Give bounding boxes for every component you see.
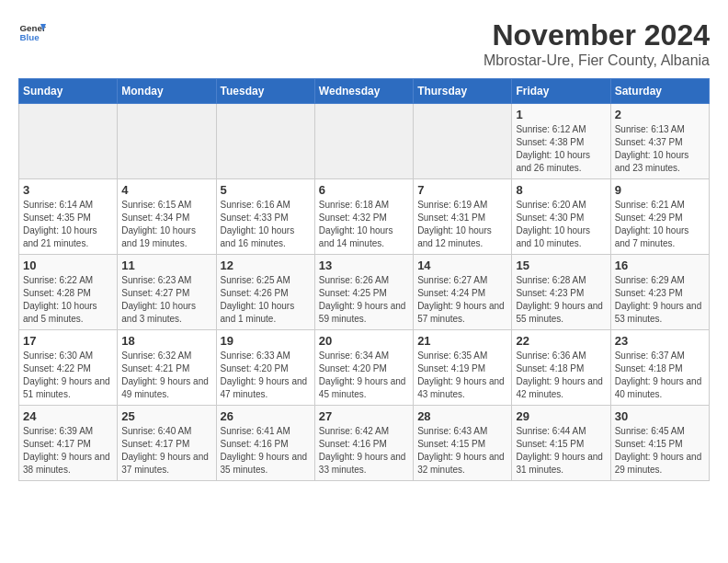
day-number: 20 xyxy=(319,334,409,348)
day-info: Sunrise: 6:36 AM Sunset: 4:18 PM Dayligh… xyxy=(516,350,606,401)
day-info: Sunrise: 6:35 AM Sunset: 4:19 PM Dayligh… xyxy=(417,350,507,401)
day-info: Sunrise: 6:28 AM Sunset: 4:23 PM Dayligh… xyxy=(516,274,606,326)
day-info: Sunrise: 6:27 AM Sunset: 4:24 PM Dayligh… xyxy=(417,274,507,326)
calendar-cell: 28Sunrise: 6:43 AM Sunset: 4:15 PM Dayli… xyxy=(414,406,512,481)
main-title: November 2024 xyxy=(483,18,710,52)
calendar-cell: 21Sunrise: 6:35 AM Sunset: 4:19 PM Dayli… xyxy=(414,330,512,406)
calendar-cell: 17Sunrise: 6:30 AM Sunset: 4:22 PM Dayli… xyxy=(19,330,118,406)
calendar-cell: 30Sunrise: 6:45 AM Sunset: 4:15 PM Dayli… xyxy=(610,406,709,481)
day-number: 2 xyxy=(615,108,705,121)
calendar-cell: 13Sunrise: 6:26 AM Sunset: 4:25 PM Dayli… xyxy=(314,255,413,330)
header-day-wednesday: Wednesday xyxy=(314,79,413,104)
day-number: 13 xyxy=(319,259,409,272)
calendar-cell: 15Sunrise: 6:28 AM Sunset: 4:23 PM Dayli… xyxy=(512,255,610,330)
calendar-cell: 14Sunrise: 6:27 AM Sunset: 4:24 PM Dayli… xyxy=(414,255,512,330)
week-row-5: 24Sunrise: 6:39 AM Sunset: 4:17 PM Dayli… xyxy=(19,406,710,481)
header-day-saturday: Saturday xyxy=(610,79,709,104)
day-number: 17 xyxy=(23,334,113,348)
day-number: 12 xyxy=(221,259,311,272)
calendar-cell xyxy=(118,104,216,179)
calendar-cell: 6Sunrise: 6:18 AM Sunset: 4:32 PM Daylig… xyxy=(314,179,413,255)
calendar-header: SundayMondayTuesdayWednesdayThursdayFrid… xyxy=(19,79,710,104)
calendar-cell: 18Sunrise: 6:32 AM Sunset: 4:21 PM Dayli… xyxy=(118,330,216,406)
day-info: Sunrise: 6:41 AM Sunset: 4:16 PM Dayligh… xyxy=(221,425,311,477)
day-number: 14 xyxy=(417,259,507,272)
day-number: 30 xyxy=(615,409,705,423)
title-area: November 2024 Mbrostar-Ure, Fier County,… xyxy=(483,18,710,69)
day-info: Sunrise: 6:23 AM Sunset: 4:27 PM Dayligh… xyxy=(121,274,211,326)
day-info: Sunrise: 6:13 AM Sunset: 4:37 PM Dayligh… xyxy=(615,123,705,175)
calendar-table: SundayMondayTuesdayWednesdayThursdayFrid… xyxy=(18,78,710,481)
header: General Blue November 2024 Mbrostar-Ure,… xyxy=(18,18,710,69)
calendar-cell: 22Sunrise: 6:36 AM Sunset: 4:18 PM Dayli… xyxy=(512,330,610,406)
day-number: 15 xyxy=(516,259,606,272)
day-info: Sunrise: 6:16 AM Sunset: 4:33 PM Dayligh… xyxy=(221,199,311,250)
day-number: 28 xyxy=(417,409,507,423)
header-day-friday: Friday xyxy=(512,79,610,104)
day-info: Sunrise: 6:29 AM Sunset: 4:23 PM Dayligh… xyxy=(615,274,705,326)
day-number: 9 xyxy=(615,183,705,197)
day-number: 11 xyxy=(121,259,211,272)
week-row-3: 10Sunrise: 6:22 AM Sunset: 4:28 PM Dayli… xyxy=(19,255,710,330)
header-day-sunday: Sunday xyxy=(19,79,118,104)
day-number: 23 xyxy=(615,334,705,348)
day-number: 19 xyxy=(221,334,311,348)
logo: General Blue xyxy=(18,18,46,46)
day-info: Sunrise: 6:18 AM Sunset: 4:32 PM Dayligh… xyxy=(319,199,409,250)
day-info: Sunrise: 6:45 AM Sunset: 4:15 PM Dayligh… xyxy=(615,425,705,477)
day-info: Sunrise: 6:33 AM Sunset: 4:20 PM Dayligh… xyxy=(221,350,311,401)
day-number: 24 xyxy=(23,409,113,423)
calendar-cell xyxy=(314,104,413,179)
calendar-cell: 19Sunrise: 6:33 AM Sunset: 4:20 PM Dayli… xyxy=(216,330,314,406)
calendar-cell: 10Sunrise: 6:22 AM Sunset: 4:28 PM Dayli… xyxy=(19,255,118,330)
calendar-cell: 9Sunrise: 6:21 AM Sunset: 4:29 PM Daylig… xyxy=(610,179,709,255)
calendar-cell: 16Sunrise: 6:29 AM Sunset: 4:23 PM Dayli… xyxy=(610,255,709,330)
calendar-cell: 5Sunrise: 6:16 AM Sunset: 4:33 PM Daylig… xyxy=(216,179,314,255)
day-info: Sunrise: 6:40 AM Sunset: 4:17 PM Dayligh… xyxy=(121,425,211,477)
week-row-4: 17Sunrise: 6:30 AM Sunset: 4:22 PM Dayli… xyxy=(19,330,710,406)
calendar-cell: 25Sunrise: 6:40 AM Sunset: 4:17 PM Dayli… xyxy=(118,406,216,481)
calendar-cell: 4Sunrise: 6:15 AM Sunset: 4:34 PM Daylig… xyxy=(118,179,216,255)
day-number: 26 xyxy=(221,409,311,423)
day-info: Sunrise: 6:19 AM Sunset: 4:31 PM Dayligh… xyxy=(417,199,507,250)
day-info: Sunrise: 6:20 AM Sunset: 4:30 PM Dayligh… xyxy=(516,199,606,250)
calendar-cell: 27Sunrise: 6:42 AM Sunset: 4:16 PM Dayli… xyxy=(314,406,413,481)
day-info: Sunrise: 6:37 AM Sunset: 4:18 PM Dayligh… xyxy=(615,350,705,401)
header-row: SundayMondayTuesdayWednesdayThursdayFrid… xyxy=(19,79,710,104)
day-number: 16 xyxy=(615,259,705,272)
day-number: 22 xyxy=(516,334,606,348)
day-number: 4 xyxy=(121,183,211,197)
day-number: 25 xyxy=(121,409,211,423)
day-number: 8 xyxy=(516,183,606,197)
day-info: Sunrise: 6:22 AM Sunset: 4:28 PM Dayligh… xyxy=(23,274,113,326)
calendar-cell: 7Sunrise: 6:19 AM Sunset: 4:31 PM Daylig… xyxy=(414,179,512,255)
calendar-cell xyxy=(414,104,512,179)
week-row-2: 3Sunrise: 6:14 AM Sunset: 4:35 PM Daylig… xyxy=(19,179,710,255)
day-info: Sunrise: 6:34 AM Sunset: 4:20 PM Dayligh… xyxy=(319,350,409,401)
header-day-thursday: Thursday xyxy=(414,79,512,104)
calendar-cell: 29Sunrise: 6:44 AM Sunset: 4:15 PM Dayli… xyxy=(512,406,610,481)
day-number: 1 xyxy=(516,108,606,121)
header-day-monday: Monday xyxy=(118,79,216,104)
day-number: 29 xyxy=(516,409,606,423)
subtitle: Mbrostar-Ure, Fier County, Albania xyxy=(483,52,710,69)
calendar-cell: 2Sunrise: 6:13 AM Sunset: 4:37 PM Daylig… xyxy=(610,104,709,179)
day-number: 5 xyxy=(221,183,311,197)
calendar-cell: 24Sunrise: 6:39 AM Sunset: 4:17 PM Dayli… xyxy=(19,406,118,481)
day-number: 18 xyxy=(121,334,211,348)
day-number: 10 xyxy=(23,259,113,272)
calendar-cell xyxy=(216,104,314,179)
day-info: Sunrise: 6:32 AM Sunset: 4:21 PM Dayligh… xyxy=(121,350,211,401)
svg-text:Blue: Blue xyxy=(20,32,40,42)
day-number: 7 xyxy=(417,183,507,197)
week-row-1: 1Sunrise: 6:12 AM Sunset: 4:38 PM Daylig… xyxy=(19,104,710,179)
calendar-cell: 23Sunrise: 6:37 AM Sunset: 4:18 PM Dayli… xyxy=(610,330,709,406)
day-info: Sunrise: 6:30 AM Sunset: 4:22 PM Dayligh… xyxy=(23,350,113,401)
calendar-cell: 3Sunrise: 6:14 AM Sunset: 4:35 PM Daylig… xyxy=(19,179,118,255)
day-info: Sunrise: 6:12 AM Sunset: 4:38 PM Dayligh… xyxy=(516,123,606,175)
calendar-cell: 12Sunrise: 6:25 AM Sunset: 4:26 PM Dayli… xyxy=(216,255,314,330)
day-number: 21 xyxy=(417,334,507,348)
header-day-tuesday: Tuesday xyxy=(216,79,314,104)
calendar-body: 1Sunrise: 6:12 AM Sunset: 4:38 PM Daylig… xyxy=(19,104,710,481)
day-number: 6 xyxy=(319,183,409,197)
